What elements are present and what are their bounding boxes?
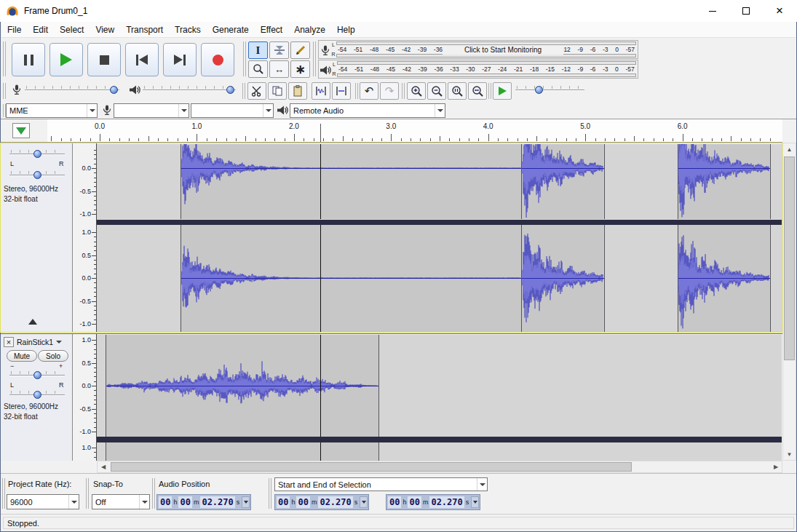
time-digits[interactable]: 02.270 xyxy=(200,496,234,508)
skip-to-end-button[interactable] xyxy=(163,43,197,76)
snap-to-select[interactable]: Off xyxy=(92,494,150,509)
timeline-options-button[interactable] xyxy=(12,123,30,138)
playback-volume-slider[interactable] xyxy=(143,85,236,95)
menu-generate[interactable]: Generate xyxy=(207,23,255,36)
menu-help[interactable]: Help xyxy=(331,23,361,36)
menu-tracks[interactable]: Tracks xyxy=(169,23,207,36)
toolbar-grip[interactable] xyxy=(488,83,491,99)
solo-button[interactable]: Solo xyxy=(38,350,68,362)
toolbar-grip[interactable] xyxy=(269,478,271,509)
playback-speed-slider[interactable] xyxy=(515,85,584,95)
track2-right-channel-waveform[interactable] xyxy=(97,442,782,461)
zoom-tool-button[interactable] xyxy=(248,60,268,78)
toolbar-grip[interactable] xyxy=(242,83,245,99)
time-field-arrow-icon[interactable] xyxy=(360,496,368,508)
collapse-track-button[interactable] xyxy=(28,319,37,325)
recording-meter[interactable]: LR -54-51-48-45-42-39-36-33-30-27-24-21-… xyxy=(318,40,638,59)
envelope-tool-button[interactable] xyxy=(269,41,289,59)
close-button[interactable]: × xyxy=(763,0,796,22)
track2-control-panel[interactable]: × RainStick1 Mute Solo − + L R Stereo, 9… xyxy=(1,334,73,461)
time-field-arrow-icon[interactable] xyxy=(242,496,250,508)
time-digits[interactable]: 00 xyxy=(388,496,401,508)
selection-end-field[interactable]: 00h00m02.270s xyxy=(386,494,480,510)
project-rate-select[interactable]: 96000 xyxy=(7,494,79,509)
pause-button[interactable] xyxy=(12,43,45,76)
monitoring-prompt[interactable]: Click to Start Monitoring xyxy=(443,45,563,55)
minimize-button[interactable] xyxy=(696,0,729,22)
toolbar-grip[interactable] xyxy=(152,478,155,509)
play-button[interactable] xyxy=(49,43,83,76)
play-at-speed-button[interactable] xyxy=(493,82,512,100)
scroll-down-arrow[interactable]: ▼ xyxy=(783,448,796,460)
track2-name-button[interactable]: RainStick1 xyxy=(17,338,62,346)
selection-tool-button[interactable]: I xyxy=(248,41,268,59)
menu-view[interactable]: View xyxy=(90,23,120,36)
track2-pan-slider[interactable] xyxy=(9,390,65,400)
playback-meter[interactable]: LR -54-51-48-45-42-39-36-33-30-27-24-21-… xyxy=(318,60,638,79)
toolbar-grip[interactable] xyxy=(355,83,358,99)
redo-button[interactable]: ↷ xyxy=(380,82,399,100)
menu-edit[interactable]: Edit xyxy=(27,23,54,36)
copy-button[interactable] xyxy=(268,82,287,100)
undo-button[interactable]: ↶ xyxy=(360,82,378,100)
time-digits[interactable]: 02.270 xyxy=(318,496,352,508)
fit-project-button[interactable] xyxy=(468,82,487,100)
menu-file[interactable]: File xyxy=(1,23,27,36)
fit-selection-button[interactable] xyxy=(448,82,467,100)
time-digits[interactable]: 00 xyxy=(178,496,191,508)
scroll-up-arrow[interactable]: ▲ xyxy=(783,143,796,155)
toolbar-grip[interactable] xyxy=(3,41,6,76)
track1-gain-slider[interactable] xyxy=(9,149,65,159)
mute-button[interactable]: Mute xyxy=(7,350,37,362)
toolbar-grip[interactable] xyxy=(86,478,89,509)
menu-transport[interactable]: Transport xyxy=(120,23,169,36)
track1-left-channel-waveform[interactable] xyxy=(97,144,782,220)
track2-vertical-ruler[interactable] xyxy=(73,334,97,461)
time-digits[interactable]: 00 xyxy=(277,496,290,508)
recording-channels-select[interactable] xyxy=(191,103,274,118)
toolbar-grip[interactable] xyxy=(3,83,6,99)
stop-button[interactable] xyxy=(87,43,121,76)
horizontal-scroll-thumb[interactable] xyxy=(111,462,632,472)
time-shift-tool-button[interactable]: ↔ xyxy=(269,60,289,78)
multi-tool-button[interactable]: ∗ xyxy=(290,60,310,78)
scroll-left-arrow[interactable]: ◀ xyxy=(98,461,109,472)
track1-right-channel-waveform[interactable] xyxy=(97,225,782,332)
horizontal-scrollbar[interactable]: ◀ ▶ xyxy=(97,461,782,473)
zoom-out-button[interactable] xyxy=(427,82,446,100)
close-track-button[interactable]: × xyxy=(4,337,14,347)
cut-button[interactable] xyxy=(247,82,266,100)
time-digits[interactable]: 02.270 xyxy=(429,496,464,508)
time-digits[interactable]: 00 xyxy=(159,496,172,508)
vertical-scroll-thumb[interactable] xyxy=(784,156,795,360)
record-button[interactable] xyxy=(201,43,234,76)
toolbar-grip[interactable] xyxy=(2,478,5,509)
draw-tool-button[interactable] xyxy=(290,41,310,59)
selection-mode-select[interactable]: Start and End of Selection xyxy=(274,477,488,491)
recording-device-select[interactable] xyxy=(114,103,189,118)
time-field-arrow-icon[interactable] xyxy=(471,496,479,508)
selection-start-field[interactable]: 00h00m02.270s xyxy=(274,494,369,510)
silence-audio-button[interactable] xyxy=(332,82,351,100)
audio-host-select[interactable]: MME xyxy=(6,103,98,118)
vertical-scrollbar[interactable]: ▲ ▼ xyxy=(782,143,796,461)
track2-left-channel-waveform[interactable] xyxy=(97,335,782,437)
track1-pan-slider[interactable] xyxy=(9,170,65,180)
paste-button[interactable] xyxy=(288,82,307,100)
toolbar-grip[interactable] xyxy=(243,41,246,76)
track2-gain-slider[interactable] xyxy=(9,370,65,381)
menu-select[interactable]: Select xyxy=(54,23,90,36)
recording-volume-slider[interactable] xyxy=(25,85,119,95)
time-digits[interactable]: 00 xyxy=(408,496,421,508)
track1-control-panel[interactable]: L R Stereo, 96000Hz 32-bit float xyxy=(1,143,73,332)
zoom-in-button[interactable] xyxy=(407,82,426,100)
track1-vertical-ruler[interactable] xyxy=(73,143,97,332)
menu-analyze[interactable]: Analyze xyxy=(288,23,331,36)
maximize-button[interactable] xyxy=(729,0,763,22)
audio-position-field[interactable]: 00h00m02.270s xyxy=(156,494,251,510)
toolbar-grip[interactable] xyxy=(313,41,316,76)
timeline-ruler[interactable]: 0.01.02.03.04.05.06.0 xyxy=(47,119,782,143)
trim-audio-button[interactable] xyxy=(312,82,330,100)
playback-device-select[interactable]: Remote Audio xyxy=(290,103,445,118)
scroll-right-arrow[interactable]: ▶ xyxy=(770,461,782,472)
